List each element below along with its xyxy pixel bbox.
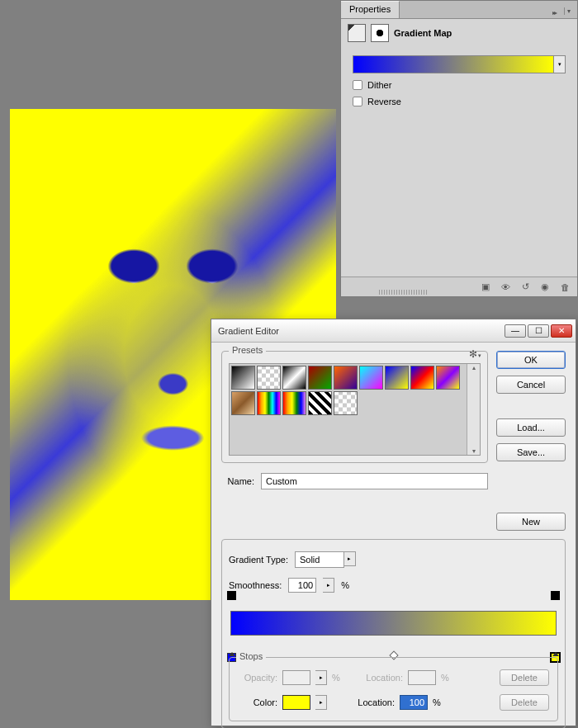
save-button[interactable]: Save... [496,443,566,461]
presets-menu-icon[interactable] [469,348,481,360]
gradient-type-select[interactable]: Solid [295,551,344,568]
preset-swatch[interactable] [359,366,383,390]
reverse-checkbox[interactable] [353,97,362,106]
gradient-bar[interactable] [230,611,557,636]
panel-tab-bar: Properties [341,1,577,19]
color-delete-button[interactable]: Delete [500,694,549,711]
gradient-type-dropdown-icon[interactable] [344,551,356,566]
trash-icon[interactable]: 🗑 [557,281,572,294]
visibility-icon[interactable]: 👁 [498,281,513,294]
stops-group: Stops Opacity: % Location: % Delete [229,657,558,721]
panel-menu-icon[interactable] [564,5,574,15]
dialog-title: Gradient Editor [218,326,279,336]
name-label: Name: [221,476,254,486]
gradient-preview-bar [353,56,553,73]
preset-swatch[interactable] [282,391,306,415]
gradient-settings-group: Gradient Type: Solid Smoothness: 100 % [221,539,566,728]
reverse-label: Reverse [367,97,401,106]
opacity-pct: % [332,673,342,683]
toggle-visibility-icon[interactable]: ◉ [538,281,552,294]
dialog-titlebar[interactable]: Gradient Editor — ☐ ✕ [211,319,576,343]
opacity-stop-left[interactable] [227,591,236,600]
opacity-location-label: Location: [363,673,403,683]
preset-swatch[interactable] [282,366,306,390]
gradient-dropdown-icon[interactable] [553,56,565,73]
panel-collapse-icon[interactable] [552,7,562,13]
opacity-stop-right[interactable] [551,591,560,600]
smoothness-pct: % [341,580,351,590]
preset-swatch[interactable] [410,366,434,390]
opacity-stepper-icon [315,670,327,685]
cancel-button[interactable]: Cancel [496,376,566,394]
window-maximize-button[interactable]: ☐ [528,324,549,338]
color-location-input[interactable]: 100 [400,695,428,710]
smoothness-input[interactable]: 100 [288,578,316,593]
preset-swatch[interactable] [334,391,358,415]
preset-swatch[interactable] [231,391,255,415]
name-input[interactable]: Custom [261,473,488,489]
clip-to-layer-icon[interactable]: ▣ [478,281,493,294]
layer-mask-icon[interactable] [371,24,389,42]
smoothness-stepper-icon[interactable] [323,578,334,593]
dither-checkbox[interactable] [353,80,362,90]
preset-swatch[interactable] [308,366,332,390]
preset-swatch[interactable] [231,366,255,390]
preset-swatch[interactable] [308,391,332,415]
color-location-pct: % [433,697,443,707]
preset-grid [230,364,467,455]
panel-resize-grip[interactable] [379,290,429,295]
properties-panel: Properties Gradient Map Dither Reverse ▣… [340,0,578,297]
opacity-delete-button: Delete [500,669,549,686]
opacity-location-pct: % [441,673,451,683]
presets-group: Presets ▴▾ [221,351,488,463]
preset-swatch[interactable] [334,366,358,390]
tab-properties[interactable]: Properties [341,1,400,18]
gradient-editor-dialog: Gradient Editor — ☐ ✕ Presets ▴▾ N [211,319,576,726]
opacity-label: Opacity: [238,673,277,683]
opacity-location-input [408,670,436,685]
reset-icon[interactable]: ↺ [518,281,533,294]
new-button[interactable]: New [496,513,566,531]
preset-swatch[interactable] [385,366,409,390]
preset-swatch[interactable] [436,366,460,390]
preset-swatch[interactable] [257,391,281,415]
gradient-preview[interactable] [353,55,566,73]
ok-button[interactable]: OK [496,351,566,369]
window-minimize-button[interactable]: — [505,324,526,338]
stops-label: Stops [236,651,266,661]
adjustment-title: Gradient Map [394,28,452,38]
presets-label: Presets [232,345,263,355]
gradient-bar-area[interactable] [229,601,558,650]
color-dropdown-icon[interactable] [315,695,327,710]
load-button[interactable]: Load... [496,418,566,437]
color-well[interactable] [282,695,310,710]
panel-footer: ▣ 👁 ↺ ◉ 🗑 [341,277,577,296]
adjustment-thumb-icon[interactable] [348,24,366,42]
gradient-type-label: Gradient Type: [229,555,288,565]
color-location-label: Location: [355,697,395,707]
window-close-button[interactable]: ✕ [551,324,572,338]
color-label: Color: [238,697,277,707]
smoothness-label: Smoothness: [229,580,282,590]
dither-label: Dither [367,80,391,90]
opacity-input [282,670,310,685]
preset-scrollbar[interactable]: ▴▾ [467,364,480,455]
preset-swatch[interactable] [257,366,281,390]
